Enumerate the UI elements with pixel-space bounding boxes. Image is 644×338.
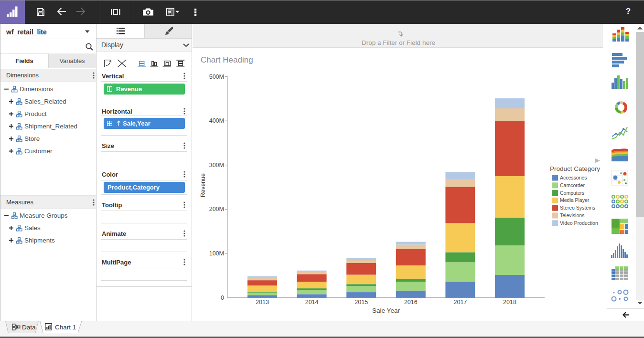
svg-text:Chart 1: Chart 1 xyxy=(55,324,76,331)
svg-text:2016: 2016 xyxy=(404,299,418,306)
svg-text:Customer: Customer xyxy=(24,148,53,155)
svg-text:Sales_Related: Sales_Related xyxy=(24,98,66,105)
svg-text:Dimensions: Dimensions xyxy=(20,85,54,93)
svg-text:2018: 2018 xyxy=(503,299,516,306)
svg-text:Chart Heading: Chart Heading xyxy=(201,55,253,64)
svg-text:Televisions: Televisions xyxy=(560,212,584,218)
svg-text:2017: 2017 xyxy=(453,299,467,306)
svg-text:Media Player: Media Player xyxy=(560,197,590,203)
svg-text:Accessories: Accessories xyxy=(560,175,587,180)
svg-text:2013: 2013 xyxy=(256,299,269,306)
svg-text:Video Production: Video Production xyxy=(560,220,598,226)
svg-text:Stereo Systems: Stereo Systems xyxy=(560,205,595,211)
svg-text:Shipments: Shipments xyxy=(24,237,55,244)
svg-text:0: 0 xyxy=(221,295,224,301)
svg-text:Camcorder: Camcorder xyxy=(560,182,585,188)
svg-text:Data: Data xyxy=(22,324,36,331)
svg-text:2014: 2014 xyxy=(305,299,319,306)
svg-text:Sale Year: Sale Year xyxy=(372,307,400,314)
svg-text:2015: 2015 xyxy=(354,299,368,306)
svg-text:Computers: Computers xyxy=(560,190,584,196)
svg-text:Revenue: Revenue xyxy=(200,173,206,197)
svg-text:Sales: Sales xyxy=(24,224,41,232)
svg-text:Shipment_Related: Shipment_Related xyxy=(24,123,77,130)
svg-text:Product: Product xyxy=(24,110,47,117)
svg-text:Measure Groups: Measure Groups xyxy=(20,212,68,219)
svg-text:100M: 100M xyxy=(209,250,224,257)
svg-text:300M: 300M xyxy=(209,162,224,169)
svg-text:Product Category: Product Category xyxy=(550,165,600,172)
svg-text:200M: 200M xyxy=(209,206,224,212)
svg-text:Store: Store xyxy=(24,135,40,142)
svg-text:400M: 400M xyxy=(209,117,224,124)
svg-text:500M: 500M xyxy=(209,74,224,80)
